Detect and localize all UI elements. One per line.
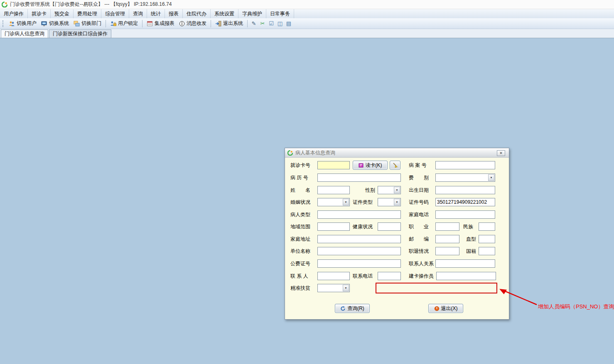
nationality-input[interactable]	[479, 247, 495, 255]
contact-person-label: 联 系 人	[290, 272, 308, 280]
tab-patient-info-query[interactable]: 门诊病人信息查询	[1, 29, 48, 38]
dialog-logo-icon	[287, 150, 293, 156]
menu-item-inpatient[interactable]: 住院代办	[183, 9, 211, 18]
fee-type-dropdown[interactable]: ▼	[435, 173, 495, 182]
card-operator-label: 建卡操作员	[409, 272, 434, 280]
case-no-input[interactable]	[435, 161, 495, 169]
home-phone-input[interactable]	[435, 210, 495, 219]
id-type-dropdown[interactable]: ▼	[378, 198, 401, 206]
region-label: 地域范围	[290, 222, 310, 231]
blood-type-input[interactable]	[479, 235, 495, 243]
name-label: 姓 名	[290, 186, 310, 194]
gender-label: 性别	[365, 186, 375, 194]
exit-system-label: 退出系统	[223, 20, 243, 27]
switch-system-button[interactable]: 切换系统	[39, 19, 71, 28]
menu-item-fees[interactable]: 费用处理	[74, 9, 101, 18]
public-fee-no-input[interactable]	[317, 259, 401, 268]
scissors-icon[interactable]: ✂	[258, 20, 267, 28]
toolbar-grip[interactable]	[2, 20, 4, 27]
exit-button[interactable]: 退出(X)	[428, 304, 463, 313]
user-lock-button[interactable]: 用户锁定	[108, 19, 140, 28]
patient-type-input[interactable]	[317, 210, 401, 219]
blood-type-label: 血型	[466, 235, 476, 243]
menu-item-stats[interactable]: 统计	[147, 9, 165, 18]
contact-phone-label: 联系电话	[353, 272, 373, 280]
birth-date-input[interactable]	[435, 186, 495, 194]
clear-broom-button[interactable]	[390, 161, 400, 170]
health-input[interactable]	[378, 222, 401, 231]
switch-department-label: 切换部门	[81, 20, 101, 27]
menu-bar: 用户操作 就诊卡 预交金 费用处理 综合管理 查询 统计 报表 住院代办 系统设…	[0, 9, 614, 18]
retire-status-label: 职退情况	[409, 247, 429, 255]
switch-user-button[interactable]: 切换用户	[7, 19, 39, 28]
menu-item-query[interactable]: 查询	[129, 9, 147, 18]
ethnicity-label: 民族	[463, 222, 473, 231]
postcode-input[interactable]	[435, 235, 459, 243]
menu-item-admin[interactable]: 综合管理	[101, 9, 129, 18]
menu-item-settings[interactable]: 系统设置	[211, 9, 238, 18]
menu-item-reports[interactable]: 报表	[165, 9, 183, 18]
read-card-label: 读卡(K)	[366, 162, 382, 169]
menu-item-user-ops[interactable]: 用户操作	[0, 9, 28, 18]
contact-relation-label: 联系人关系	[409, 259, 434, 268]
calendar-icon[interactable]: ▤	[285, 20, 293, 28]
psn-no-input[interactable]	[376, 283, 497, 293]
contact-phone-input[interactable]	[378, 272, 401, 280]
retire-status-input[interactable]	[435, 247, 459, 255]
record-no-input[interactable]	[317, 173, 401, 182]
region-input[interactable]	[317, 222, 350, 231]
patient-type-label: 病人类型	[290, 210, 310, 219]
dialog-titlebar[interactable]: 病人基本信息查询	[285, 148, 509, 158]
switch-system-icon	[41, 21, 47, 27]
home-address-input[interactable]	[317, 235, 401, 243]
exit-power-icon	[434, 306, 440, 311]
checkbox-icon[interactable]: ☑	[267, 20, 275, 28]
switch-user-icon	[9, 21, 15, 27]
id-type-label: 证件类型	[353, 198, 373, 206]
messages-button[interactable]: 消息收发	[177, 19, 209, 28]
id-no-label: 证件号码	[409, 198, 429, 206]
case-no-label: 病 案 号	[409, 161, 427, 169]
poverty-aid-dropdown[interactable]: ▼	[317, 284, 350, 292]
contact-person-input[interactable]	[317, 272, 350, 280]
menu-item-dictionary[interactable]: 字典维护	[238, 9, 266, 18]
user-lock-icon	[110, 21, 116, 27]
switch-department-button[interactable]: 切换部门	[71, 19, 103, 28]
fee-type-label: 费 别	[409, 173, 429, 182]
card-no-input[interactable]	[317, 161, 350, 169]
marital-dropdown[interactable]: ▼	[317, 198, 350, 206]
employer-input[interactable]	[317, 247, 401, 255]
name-input[interactable]	[317, 186, 350, 194]
patient-query-dialog: 病人基本信息查询 ✕ 就诊卡号 读卡(K)	[285, 148, 509, 320]
ethnicity-input[interactable]	[479, 222, 495, 231]
card-operator-input[interactable]	[436, 272, 496, 280]
window-titlebar: 门诊收费管理系统【门诊收费处--易联众】 --- 【fqsyy】 IP:192.…	[0, 0, 614, 9]
id-no-input[interactable]	[435, 198, 495, 206]
exit-system-button[interactable]: 退出系统	[213, 19, 245, 28]
menu-item-visit-card[interactable]: 就诊卡	[28, 9, 51, 18]
gender-dropdown[interactable]: ▼	[378, 186, 401, 194]
public-fee-no-label: 公费证号	[290, 259, 310, 268]
toolbar-separator	[106, 20, 106, 27]
menu-item-deposit[interactable]: 预交金	[51, 9, 74, 18]
integrated-reports-button[interactable]: 集成报表	[145, 19, 177, 28]
contact-relation-input[interactable]	[435, 259, 495, 268]
desktop-area: 病人基本信息查询 ✕ 就诊卡号 读卡(K)	[0, 38, 614, 364]
marital-label: 婚姻状况	[290, 198, 310, 206]
home-address-label: 家庭地址	[290, 235, 310, 243]
edit-icon[interactable]: ✎	[250, 20, 258, 28]
occupation-input[interactable]	[435, 222, 459, 231]
split-window-icon[interactable]: ◫	[276, 20, 284, 28]
user-lock-label: 用户锁定	[118, 20, 138, 27]
query-button-label: 查询(R)	[347, 305, 364, 312]
dialog-close-icon[interactable]: ✕	[497, 150, 505, 156]
query-button[interactable]: 查询(R)	[335, 304, 370, 313]
health-label: 健康状况	[353, 222, 373, 231]
message-info-icon	[179, 21, 185, 27]
tab-insurance-interface[interactable]: 门诊新医保接口综合操作	[49, 29, 111, 38]
switch-system-label: 切换系统	[49, 20, 69, 27]
read-card-button[interactable]: 读卡(K)	[353, 161, 388, 170]
menu-item-daily[interactable]: 日常事务	[266, 9, 294, 18]
exit-system-icon	[215, 21, 221, 27]
integrated-reports-label: 集成报表	[155, 20, 174, 27]
